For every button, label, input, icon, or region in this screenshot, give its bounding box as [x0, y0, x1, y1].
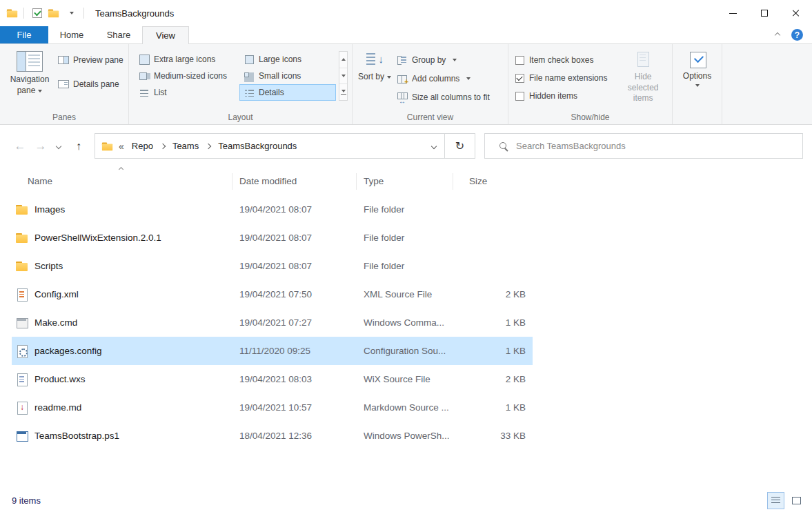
breadcrumb-item-label[interactable]: Teams	[168, 141, 204, 151]
caret-down-icon	[38, 90, 42, 92]
layout-item-label: Large icons	[259, 55, 301, 64]
show-hide-checkbox-item[interactable]: File name extensions	[511, 69, 614, 87]
breadcrumb-separator-icon[interactable]	[160, 143, 166, 148]
recent-locations-button[interactable]	[51, 135, 66, 157]
column-header-row: Name Date modified Type Size	[0, 167, 812, 195]
layout-gallery-scrollbar	[339, 51, 348, 101]
caret-down-icon	[453, 59, 457, 61]
tabrow-right	[775, 26, 812, 43]
forward-button[interactable]: →	[30, 135, 51, 157]
size-all-columns-button[interactable]: Size all columns to fit	[397, 90, 490, 105]
file-date-modified: 18/04/2021 12:36	[232, 431, 357, 441]
sort-by-button[interactable]: Sort by	[357, 51, 393, 83]
details-view-icon	[244, 88, 255, 98]
checkbox-icon	[515, 74, 524, 83]
file-name: Config.xml	[34, 289, 79, 299]
file-row[interactable]: Make.cmd 19/04/2021 07:27 Windows Comma.…	[12, 308, 533, 337]
close-button[interactable]	[780, 0, 812, 26]
breadcrumb-separator-icon[interactable]	[206, 143, 211, 148]
column-header-type[interactable]: Type	[357, 173, 453, 190]
layout-item-label: Medium-sized icons	[154, 71, 227, 81]
back-button[interactable]: ←	[10, 135, 30, 157]
file-name: Images	[34, 204, 65, 215]
breadcrumb-item: TeamsBackgrounds	[213, 141, 301, 151]
show-hide-checkbox-item[interactable]: Item check boxes	[511, 51, 614, 69]
search-box[interactable]	[484, 133, 803, 159]
options-button[interactable]: Options	[677, 51, 717, 87]
minimize-ribbon-icon[interactable]	[775, 32, 780, 37]
help-icon[interactable]	[791, 29, 803, 41]
explorer-window-icon	[7, 8, 18, 18]
column-header-date-modified[interactable]: Date modified	[232, 173, 357, 190]
show-hide-checkbox-item[interactable]: Hidden items	[511, 87, 614, 105]
quick-access-new-folder-button[interactable]	[46, 4, 62, 22]
file-row[interactable]: readme.md 19/04/2021 10:57 Markdown Sour…	[12, 393, 533, 422]
up-arrow-icon: ↑	[76, 141, 81, 152]
details-view-toggle-button[interactable]	[767, 492, 784, 509]
tab-share[interactable]: Share	[95, 26, 142, 43]
file-row[interactable]: Product.wxs 19/04/2021 08:03 WiX Source …	[12, 365, 533, 393]
preview-pane-button[interactable]: Preview pane	[58, 52, 123, 68]
close-icon	[792, 9, 800, 17]
thumbnail-view-toggle-button[interactable]	[788, 492, 805, 509]
gallery-more-button[interactable]	[339, 84, 347, 100]
layout-gallery-item[interactable]: Medium-sized icons	[135, 68, 239, 84]
refresh-icon: ↻	[455, 139, 464, 152]
file-name: packages.config	[34, 346, 102, 356]
file-row[interactable]: Scripts 19/04/2021 08:07 File folder	[12, 252, 533, 280]
file-row[interactable]: packages.config 11/11/2020 09:25 Configu…	[12, 337, 533, 365]
details-pane-button[interactable]: Details pane	[58, 77, 123, 92]
refresh-button[interactable]: ↻	[444, 134, 475, 158]
ribbon-group-show-hide: Item check boxes File name extensions Hi…	[508, 44, 673, 124]
layout-gallery-item[interactable]: Details	[239, 84, 336, 101]
address-dropdown-button[interactable]	[424, 134, 444, 158]
small-icons-icon	[244, 71, 255, 81]
tab-view[interactable]: View	[142, 26, 189, 44]
breadcrumb-overflow-indicator[interactable]: «	[119, 141, 124, 152]
column-header-name[interactable]: Name	[12, 173, 232, 190]
breadcrumb-item-label[interactable]: TeamsBackgrounds	[213, 141, 301, 151]
group-by-button[interactable]: Group by	[397, 52, 490, 68]
file-name: PowerShellWixExtension.2.0.1	[34, 233, 161, 243]
size-all-columns-label: Size all columns to fit	[412, 92, 490, 102]
maximize-button[interactable]	[749, 0, 780, 26]
layout-gallery-item[interactable]: List	[135, 84, 239, 101]
gallery-scroll-up-button[interactable]	[339, 52, 347, 68]
maximize-icon	[761, 10, 768, 17]
column-header-size[interactable]: Size	[453, 173, 533, 190]
group-label-layout: Layout	[129, 112, 352, 122]
add-columns-button[interactable]: Add columns	[397, 71, 490, 86]
minimize-button[interactable]	[717, 0, 749, 26]
details-view-icon	[771, 497, 780, 504]
file-row[interactable]: Config.xml 19/04/2021 07:50 XML Source F…	[12, 280, 533, 308]
navigation-pane-button[interactable]: Navigation pane	[6, 51, 54, 96]
extra-large-icons-icon	[139, 55, 150, 65]
gallery-scroll-down-button[interactable]	[339, 68, 347, 85]
file-row[interactable]: Images 19/04/2021 08:07 File folder	[12, 195, 533, 224]
up-button[interactable]: ↑	[66, 135, 91, 157]
add-columns-label: Add columns	[412, 74, 459, 83]
file-name: Scripts	[34, 261, 63, 271]
medium-sized-icons-icon	[139, 71, 150, 81]
checkbox-label: File name extensions	[529, 73, 607, 83]
size-columns-icon	[397, 92, 408, 102]
quick-access-properties-button[interactable]	[29, 4, 46, 22]
search-input[interactable]	[516, 141, 795, 151]
address-folder-icon	[102, 141, 113, 150]
address-bar[interactable]: « Repo Teams TeamsBackgrounds ↻	[95, 133, 475, 159]
folder-file-icon	[15, 259, 29, 273]
layout-gallery-item[interactable]: Large icons	[239, 51, 336, 68]
tab-file[interactable]: File	[0, 26, 48, 43]
file-row[interactable]: PowerShellWixExtension.2.0.1 19/04/2021 …	[12, 224, 533, 252]
customize-quick-access-toolbar-button[interactable]	[62, 4, 79, 22]
navigation-pane-label: Navigation pane	[7, 75, 52, 96]
window-title: TeamsBackgrounds	[95, 8, 174, 19]
file-row[interactable]: TeamsBootstrap.ps1 18/04/2021 12:36 Wind…	[12, 422, 533, 450]
tab-home[interactable]: Home	[48, 26, 95, 43]
breadcrumb-item-label[interactable]: Repo	[127, 141, 158, 151]
layout-gallery-item[interactable]: Small icons	[239, 68, 336, 84]
layout-gallery-item[interactable]: Extra large icons	[135, 51, 239, 68]
file-list: Images 19/04/2021 08:07 File folder Powe…	[0, 195, 812, 450]
more-bar-icon	[341, 94, 346, 95]
file-size: 33 KB	[453, 431, 533, 441]
